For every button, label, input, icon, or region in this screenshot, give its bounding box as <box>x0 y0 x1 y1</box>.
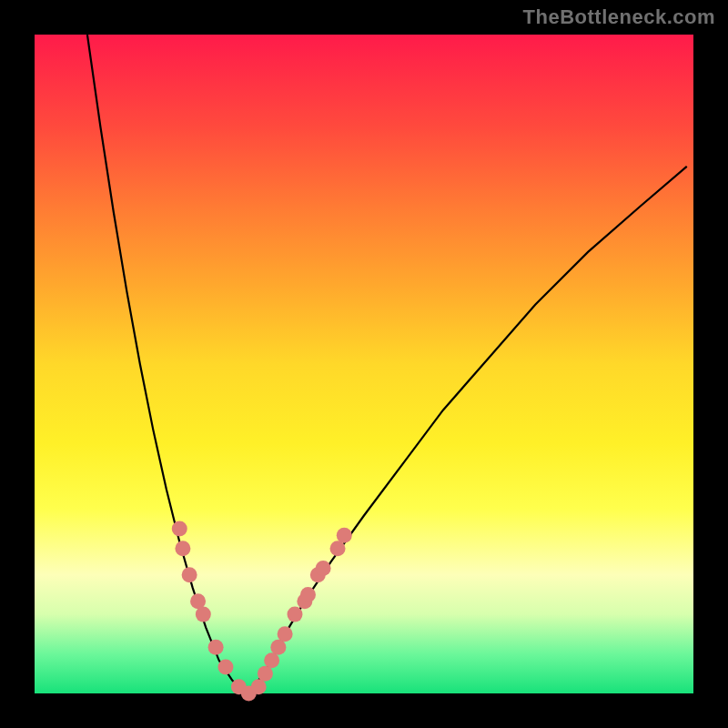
chart-stage: TheBottleneck.com <box>0 0 728 728</box>
highlight-point <box>182 567 197 582</box>
highlight-point <box>264 652 279 668</box>
highlight-point <box>190 593 206 609</box>
chart-overlay <box>35 35 693 693</box>
highlight-point <box>196 607 211 622</box>
highlight-point <box>258 666 273 682</box>
highlight-point <box>278 626 293 642</box>
highlight-point <box>217 660 233 675</box>
highlight-point <box>300 587 316 602</box>
highlight-point <box>172 521 187 537</box>
watermark-text: TheBottleneck.com <box>523 5 715 29</box>
highlighted-points-group <box>172 521 352 702</box>
bottleneck-curve-right <box>246 167 687 693</box>
highlight-point <box>316 561 331 576</box>
highlight-point <box>330 541 346 556</box>
highlight-point <box>251 679 267 694</box>
bottleneck-curve-left <box>87 35 246 693</box>
highlight-point <box>287 607 302 622</box>
highlight-point <box>208 640 224 655</box>
highlight-point <box>175 541 190 556</box>
highlight-point <box>337 528 352 543</box>
highlight-point <box>270 640 286 655</box>
